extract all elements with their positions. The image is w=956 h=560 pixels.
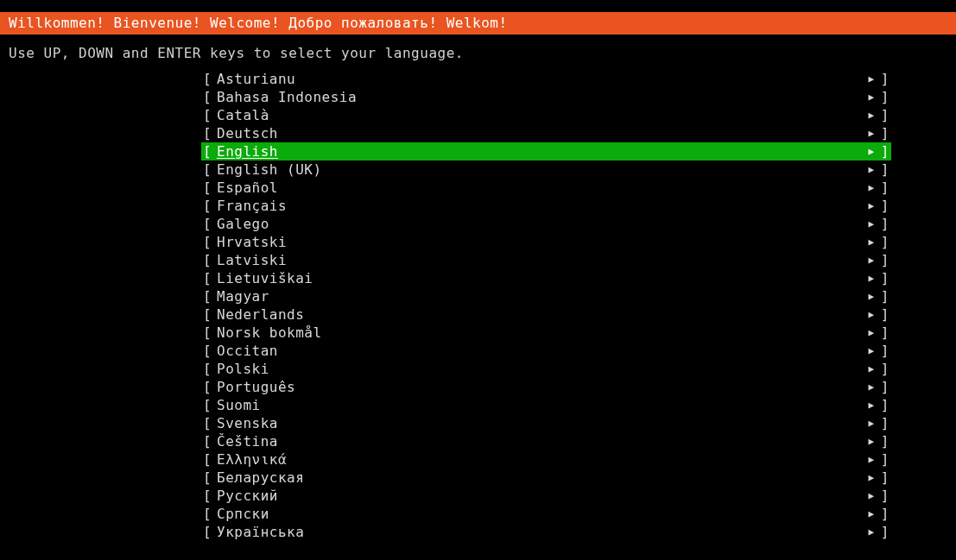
language-label: Galego	[217, 215, 269, 233]
submenu-arrow-icon: ▶	[864, 342, 879, 360]
language-option[interactable]: [Norsk bokmål▶]	[201, 324, 891, 342]
left-bracket: [	[201, 215, 217, 233]
language-option[interactable]: [Asturianu▶]	[201, 70, 891, 88]
language-option[interactable]: [Português▶]	[201, 378, 891, 396]
language-label: Українська	[217, 523, 304, 541]
language-label: Français	[217, 197, 287, 215]
submenu-arrow-icon: ▶	[864, 88, 879, 106]
language-option[interactable]: [Galego▶]	[201, 215, 891, 233]
instruction-text: Use UP, DOWN and ENTER keys to select yo…	[0, 35, 956, 70]
left-bracket: [	[201, 124, 217, 142]
language-label: Latviski	[217, 251, 287, 269]
left-bracket: [	[201, 432, 217, 450]
language-label: Occitan	[217, 342, 278, 360]
language-option[interactable]: [English▶]	[201, 142, 891, 160]
left-bracket: [	[201, 487, 217, 505]
left-bracket: [	[201, 251, 217, 269]
left-bracket: [	[201, 70, 217, 88]
right-bracket: ]	[879, 233, 891, 251]
welcome-header: Willkommen! Bienvenue! Welcome! Добро по…	[0, 12, 956, 35]
language-label: Català	[217, 106, 269, 124]
language-option[interactable]: [Беларуская▶]	[201, 469, 891, 487]
language-option[interactable]: [English (UK)▶]	[201, 160, 891, 179]
language-list[interactable]: [Asturianu▶][Bahasa Indonesia▶][Català▶]…	[0, 70, 956, 541]
submenu-arrow-icon: ▶	[864, 251, 879, 269]
language-label: Polski	[217, 360, 269, 378]
submenu-arrow-icon: ▶	[864, 142, 879, 160]
submenu-arrow-icon: ▶	[864, 287, 879, 305]
window-top-bar	[0, 0, 956, 12]
right-bracket: ]	[879, 396, 891, 414]
welcome-title: Willkommen! Bienvenue! Welcome! Добро по…	[9, 15, 508, 31]
submenu-arrow-icon: ▶	[864, 124, 879, 142]
left-bracket: [	[201, 106, 217, 124]
right-bracket: ]	[879, 378, 891, 396]
language-label: Deutsch	[217, 124, 278, 142]
language-label: Nederlands	[217, 305, 304, 324]
left-bracket: [	[201, 342, 217, 360]
right-bracket: ]	[879, 505, 891, 523]
submenu-arrow-icon: ▶	[864, 324, 879, 342]
right-bracket: ]	[879, 360, 891, 378]
right-bracket: ]	[879, 523, 891, 541]
language-label: Español	[217, 179, 278, 197]
right-bracket: ]	[879, 251, 891, 269]
language-option[interactable]: [Español▶]	[201, 179, 891, 197]
submenu-arrow-icon: ▶	[864, 487, 879, 505]
language-option[interactable]: [Occitan▶]	[201, 342, 891, 360]
left-bracket: [	[201, 142, 217, 160]
submenu-arrow-icon: ▶	[864, 305, 879, 324]
left-bracket: [	[201, 324, 217, 342]
language-option[interactable]: [Српски▶]	[201, 505, 891, 523]
submenu-arrow-icon: ▶	[864, 70, 879, 88]
language-label: English (UK)	[217, 160, 322, 179]
language-option[interactable]: [Nederlands▶]	[201, 305, 891, 324]
language-option[interactable]: [Čeština▶]	[201, 432, 891, 450]
submenu-arrow-icon: ▶	[864, 197, 879, 215]
language-label: Magyar	[217, 287, 269, 305]
language-label: Norsk bokmål	[217, 324, 322, 342]
language-label: Lietuviškai	[217, 269, 313, 287]
right-bracket: ]	[879, 324, 891, 342]
submenu-arrow-icon: ▶	[864, 450, 879, 469]
submenu-arrow-icon: ▶	[864, 215, 879, 233]
submenu-arrow-icon: ▶	[864, 179, 879, 197]
right-bracket: ]	[879, 197, 891, 215]
language-option[interactable]: [Bahasa Indonesia▶]	[201, 88, 891, 106]
left-bracket: [	[201, 269, 217, 287]
right-bracket: ]	[879, 215, 891, 233]
submenu-arrow-icon: ▶	[864, 469, 879, 487]
left-bracket: [	[201, 469, 217, 487]
language-option[interactable]: [Suomi▶]	[201, 396, 891, 414]
left-bracket: [	[201, 160, 217, 179]
language-option[interactable]: [Hrvatski▶]	[201, 233, 891, 251]
language-option[interactable]: [Deutsch▶]	[201, 124, 891, 142]
language-option[interactable]: [Svenska▶]	[201, 414, 891, 432]
right-bracket: ]	[879, 160, 891, 179]
left-bracket: [	[201, 505, 217, 523]
language-label: English	[217, 142, 278, 160]
language-label: Беларуская	[217, 469, 304, 487]
right-bracket: ]	[879, 106, 891, 124]
language-option[interactable]: [Magyar▶]	[201, 287, 891, 305]
language-option[interactable]: [Українська▶]	[201, 523, 891, 541]
language-option[interactable]: [Русский▶]	[201, 487, 891, 505]
language-label: Русский	[217, 487, 278, 505]
language-option[interactable]: [Français▶]	[201, 197, 891, 215]
language-label: Suomi	[217, 396, 261, 414]
language-label: Asturianu	[217, 70, 295, 88]
language-option[interactable]: [Ελληνικά▶]	[201, 450, 891, 469]
right-bracket: ]	[879, 269, 891, 287]
submenu-arrow-icon: ▶	[864, 414, 879, 432]
language-label: Ελληνικά	[217, 450, 287, 469]
language-option[interactable]: [Lietuviškai▶]	[201, 269, 891, 287]
left-bracket: [	[201, 287, 217, 305]
language-option[interactable]: [Català▶]	[201, 106, 891, 124]
left-bracket: [	[201, 233, 217, 251]
right-bracket: ]	[879, 142, 891, 160]
left-bracket: [	[201, 88, 217, 106]
language-option[interactable]: [Polski▶]	[201, 360, 891, 378]
left-bracket: [	[201, 179, 217, 197]
submenu-arrow-icon: ▶	[864, 360, 879, 378]
language-option[interactable]: [Latviski▶]	[201, 251, 891, 269]
